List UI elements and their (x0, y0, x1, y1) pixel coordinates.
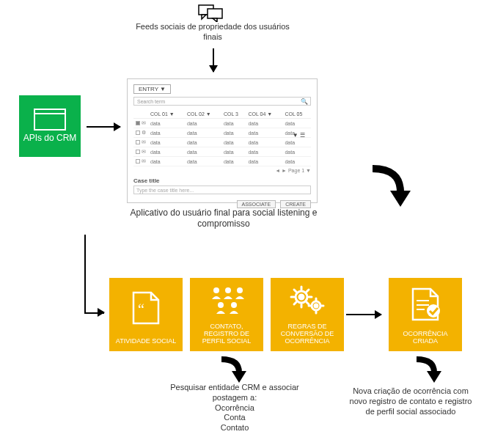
svg-point-12 (299, 295, 304, 299)
app-window: ENTRY ▼ Search term 🔍 COL 01 ▼ COL 02 ▼ … (127, 78, 318, 203)
search-icon: 🔍 (301, 98, 308, 105)
table-row[interactable]: ✉datadatadatadatadata (133, 119, 311, 128)
table-filter-icons[interactable]: ▼ ☰ (293, 132, 305, 139)
data-table: COL 01 ▼ COL 02 ▼ COL 3 COL 04 ▼ COL 05 … (133, 110, 311, 166)
app-caption: Aplicativo do usuário final para social … (117, 208, 330, 229)
svg-point-10 (231, 302, 237, 308)
svg-text:“: “ (138, 301, 144, 317)
footnote-line: Ocorrência (161, 403, 308, 414)
footnote-line: Conta (161, 413, 308, 423)
footnote-new-case: Nova criação de ocorrência com novo regi… (345, 386, 477, 416)
svg-marker-31 (232, 371, 246, 383)
svg-point-9 (218, 302, 224, 308)
entry-dropdown[interactable]: ENTRY ▼ (133, 84, 171, 94)
svg-rect-2 (208, 9, 222, 18)
api-box: APIs do CRM (19, 95, 81, 157)
table-header-row: COL 01 ▼ COL 02 ▼ COL 3 COL 04 ▼ COL 05 (133, 110, 311, 119)
box-label: CONTATO, REGISTRO DE PERFIL SOCIAL (190, 323, 263, 345)
box-label: ATIVIDADE SOCIAL (113, 338, 179, 345)
browser-window-icon (34, 109, 66, 131)
col-header[interactable]: COL 04 ▼ (246, 110, 282, 119)
svg-marker-1 (202, 15, 206, 19)
box-label: REGRAS DE CONVERSÃO DE OCORRÊNCIA (271, 323, 344, 345)
arrow-api-to-app (87, 126, 120, 128)
col-header[interactable]: COL 02 ▼ (185, 110, 221, 119)
box-conversion-rules: REGRAS DE CONVERSÃO DE OCORRÊNCIA (271, 278, 344, 351)
box-contact-profile: CONTATO, REGISTRO DE PERFIL SOCIAL (190, 278, 263, 351)
svg-point-22 (315, 304, 318, 307)
arrow-feeds-to-app (213, 48, 214, 72)
svg-marker-32 (427, 371, 441, 383)
arrow-app-to-flow (367, 160, 418, 213)
table-row[interactable]: ✉datadatadatadatadata (133, 157, 311, 166)
arrow-under-case (412, 355, 444, 386)
chat-bubbles-icon (198, 4, 223, 23)
case-title-label: Case title (133, 177, 311, 184)
footnote-line: Contato (161, 423, 308, 433)
search-placeholder: Search term (134, 99, 165, 104)
svg-point-8 (237, 287, 243, 293)
table-row[interactable]: ✉datadatadatadatadata (133, 147, 311, 157)
table-row[interactable]: ✉datadatadatadatadata (133, 138, 311, 147)
footnote-search-entity: Pesquisar entidade CRM e associar postag… (161, 383, 308, 433)
document-quote-icon: “ (129, 278, 163, 338)
svg-line-18 (307, 302, 309, 304)
col-header[interactable]: COL 01 ▼ (148, 110, 185, 119)
box-label: OCORRÊNCIA CRIADA (389, 331, 462, 345)
api-box-label: APIs do CRM (23, 133, 77, 144)
svg-point-30 (427, 304, 440, 317)
pager[interactable]: ◄ ► Page 1 ▼ (133, 168, 311, 173)
svg-marker-4 (390, 191, 411, 207)
col-header[interactable]: COL 05 (282, 110, 311, 119)
footnote-line: Pesquisar entidade CRM e associar postag… (161, 383, 308, 403)
document-check-icon (407, 278, 444, 331)
col-header[interactable]: COL 3 (221, 110, 246, 119)
search-input[interactable]: Search term 🔍 (133, 97, 311, 106)
svg-point-6 (213, 287, 219, 293)
feeds-caption: Feeds sociais de propriedade dos usuário… (132, 22, 293, 43)
gears-icon (287, 278, 328, 323)
elbow-connector (84, 235, 104, 314)
arrow-rules-to-case (346, 314, 381, 315)
svg-line-17 (294, 290, 296, 292)
svg-line-19 (307, 290, 309, 292)
svg-point-7 (225, 287, 231, 293)
box-case-created: OCORRÊNCIA CRIADA (389, 278, 462, 351)
svg-line-20 (294, 302, 296, 304)
table-row[interactable]: ⚙datadatadatadatadata (133, 128, 311, 138)
case-title-input[interactable]: Type the case title here... (133, 186, 311, 194)
box-social-activity: “ ATIVIDADE SOCIAL (109, 278, 183, 351)
arrow-under-contact (217, 355, 249, 386)
people-group-icon (206, 278, 247, 323)
